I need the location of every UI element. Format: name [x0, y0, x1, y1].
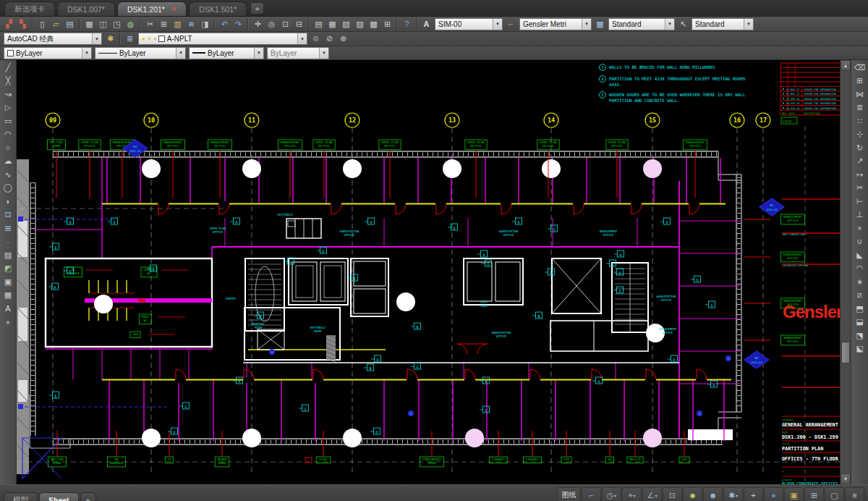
- polar-tracking-icon[interactable]: ◷▾: [602, 487, 621, 501]
- break-icon[interactable]: ×: [853, 222, 867, 235]
- chevron-down-icon[interactable]: ▼: [176, 48, 185, 59]
- point-icon[interactable]: ∙: [1, 235, 15, 249]
- text-style-icon[interactable]: A: [420, 18, 433, 30]
- open-icon[interactable]: ▱: [49, 18, 63, 30]
- new-icon[interactable]: ▯: [35, 18, 49, 30]
- spline-icon[interactable]: ∿: [1, 168, 15, 182]
- gradient-icon[interactable]: ◩: [1, 262, 15, 276]
- drawing-canvas[interactable]: 091011121314151617HDSTORAGEFEMALEWCMALEW…: [17, 60, 840, 484]
- scroll-down-arrow[interactable]: ▼: [841, 473, 851, 484]
- chevron-down-icon[interactable]: ▼: [319, 48, 328, 59]
- clean-screen-icon[interactable]: ●: [764, 487, 783, 501]
- quick-calc-icon[interactable]: ⊞: [380, 18, 394, 30]
- color-dropdown[interactable]: ByLayer▼: [4, 47, 92, 59]
- add-selected-icon[interactable]: +: [1, 316, 15, 329]
- layer-color-swatch[interactable]: [158, 35, 165, 42]
- plot-icon[interactable]: ▦: [82, 18, 96, 30]
- close-icon[interactable]: ✕: [171, 5, 176, 13]
- explode-icon[interactable]: ∗: [853, 275, 867, 289]
- dim-style-icon[interactable]: ⌐: [504, 18, 518, 30]
- paste-icon[interactable]: ▥: [171, 18, 184, 30]
- arc-icon[interactable]: ◠: [1, 128, 15, 142]
- circle-icon[interactable]: ○: [1, 141, 15, 155]
- etransmit-icon[interactable]: ◍: [124, 18, 137, 30]
- region-icon[interactable]: ▣: [1, 275, 15, 289]
- polyline-icon[interactable]: ↝: [1, 88, 15, 101]
- array-icon[interactable]: ∷: [853, 114, 867, 128]
- chevron-down-icon[interactable]: ▼: [665, 19, 674, 30]
- workspace-settings-icon[interactable]: ✱: [103, 33, 117, 45]
- scroll-up-arrow[interactable]: ▲: [841, 60, 851, 71]
- file-tab[interactable]: 新选项卡: [4, 1, 55, 16]
- undo-icon[interactable]: ↶: [218, 18, 231, 30]
- file-tab[interactable]: DSK1.201*✕: [117, 1, 187, 16]
- rectangle-icon[interactable]: ▭: [1, 114, 15, 128]
- save-icon[interactable]: ▤: [63, 18, 77, 30]
- extend-icon[interactable]: ⊢: [853, 195, 867, 209]
- hatch-back-icon[interactable]: ⬕: [853, 342, 867, 356]
- ellipse-icon[interactable]: ◯: [1, 182, 15, 195]
- chevron-down-icon[interactable]: ▼: [493, 19, 502, 30]
- zoom-realtime-icon[interactable]: ◎: [265, 18, 278, 30]
- erase-icon[interactable]: ⌫: [853, 61, 867, 75]
- customization-menu-icon[interactable]: ≡: [845, 487, 864, 501]
- scrollbar-thumb[interactable]: [841, 342, 850, 363]
- model-tab[interactable]: 模型: [4, 492, 38, 501]
- layout-boxes-icon[interactable]: ⊞: [804, 487, 824, 501]
- text-style-dropdown[interactable]: SIM-00▼: [435, 18, 503, 30]
- break-at-point-icon[interactable]: ⊥: [853, 209, 867, 222]
- new-file-tab-button[interactable]: +: [250, 2, 264, 14]
- polygon-icon[interactable]: ▷: [1, 101, 15, 115]
- construction-line-icon[interactable]: ╳: [1, 75, 15, 88]
- make-block-icon[interactable]: ⊞: [1, 222, 15, 235]
- full-screen-icon[interactable]: ▢: [825, 487, 844, 501]
- tool-palettes-icon[interactable]: ▧: [339, 18, 353, 30]
- chevron-down-icon[interactable]: ▼: [254, 48, 263, 59]
- fillet-icon[interactable]: ◠: [853, 262, 867, 276]
- object-snap-icon[interactable]: ⊡: [663, 487, 682, 501]
- properties-icon[interactable]: ▤: [312, 18, 326, 30]
- layer-lock-icon[interactable]: ◖: [153, 35, 157, 42]
- help-icon[interactable]: ?: [400, 18, 414, 30]
- scrollbar-track[interactable]: [841, 71, 851, 473]
- copy-icon[interactable]: ⊞: [157, 18, 171, 30]
- table-style-dropdown[interactable]: Standard▼: [608, 18, 675, 30]
- file-tab[interactable]: DSK1.501*: [189, 1, 247, 16]
- line-icon[interactable]: ╱: [1, 61, 15, 75]
- trim-icon[interactable]: ✂: [853, 182, 867, 195]
- match-properties-icon[interactable]: ≋: [184, 18, 198, 30]
- chamfer-icon[interactable]: ◣: [853, 248, 867, 262]
- chevron-down-icon[interactable]: ▼: [582, 19, 591, 30]
- sheet-set-manager-icon[interactable]: ▨: [353, 18, 367, 30]
- offset-icon[interactable]: ≣: [853, 101, 867, 115]
- sheet-tab[interactable]: Sheet: [39, 492, 79, 501]
- isodraft-icon[interactable]: ∠▾: [642, 487, 662, 501]
- chevron-down-icon[interactable]: ▼: [297, 33, 307, 44]
- chevron-down-icon[interactable]: ▼: [744, 19, 753, 30]
- multiline-text-icon[interactable]: A: [1, 302, 15, 316]
- new-layout-button[interactable]: +: [80, 492, 96, 501]
- chevron-down-icon[interactable]: ▼: [92, 33, 101, 44]
- insert-block-icon[interactable]: ⊡: [1, 209, 15, 222]
- chevron-down-icon[interactable]: ▼: [82, 48, 91, 59]
- markup-set-manager-icon[interactable]: ▩: [367, 18, 380, 30]
- plotstyle-dropdown[interactable]: ByLayer▼: [267, 47, 329, 59]
- move-icon[interactable]: ⊹: [853, 128, 867, 142]
- redo-icon[interactable]: ↷: [231, 18, 245, 30]
- zoom-window-icon[interactable]: ⊡: [278, 18, 292, 30]
- tray-icon[interactable]: ▣: [784, 487, 804, 501]
- mirror-icon[interactable]: ⋈: [853, 88, 867, 101]
- workspace-gear-icon[interactable]: ✱▾: [723, 487, 743, 501]
- floor-plan-drawing[interactable]: 091011121314151617HDSTORAGEFEMALEWCMALEW…: [17, 60, 840, 484]
- table-icon[interactable]: ▦: [1, 289, 15, 303]
- copy-icon[interactable]: ⊞: [853, 75, 867, 88]
- layer-isolate-icon[interactable]: ⊘: [323, 33, 336, 45]
- scale-icon[interactable]: ↗: [853, 155, 867, 169]
- pan-icon[interactable]: ✛: [251, 18, 265, 30]
- zoom-previous-icon[interactable]: ⊟: [292, 18, 306, 30]
- vertical-scrollbar[interactable]: ▲ ▼: [840, 60, 851, 484]
- revision-cloud-icon[interactable]: ☁: [1, 155, 15, 169]
- bring-to-front-icon[interactable]: ⬒: [853, 302, 867, 316]
- stretch-icon[interactable]: ↦: [853, 168, 867, 182]
- lineweight-dropdown[interactable]: ByLayer▼: [189, 47, 264, 59]
